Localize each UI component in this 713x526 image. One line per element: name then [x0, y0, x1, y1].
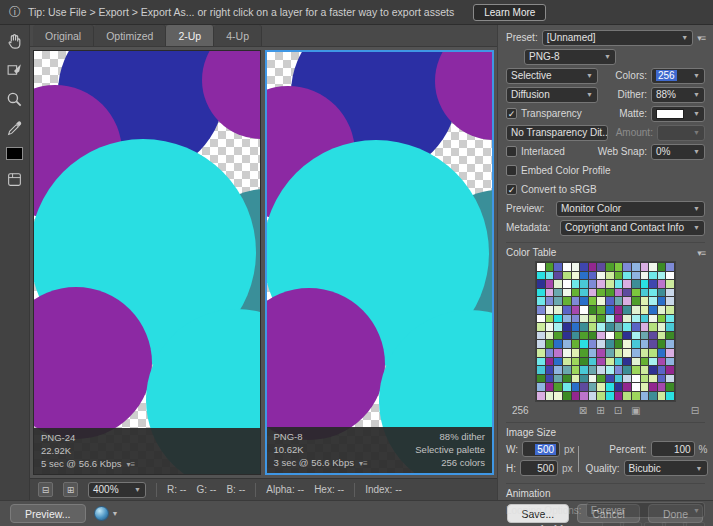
- color-swatch[interactable]: [572, 323, 580, 331]
- color-swatch[interactable]: [641, 358, 649, 366]
- color-swatch[interactable]: [606, 297, 614, 305]
- color-swatch[interactable]: [606, 315, 614, 323]
- tab-optimized[interactable]: Optimized: [94, 25, 166, 46]
- color-swatch[interactable]: [632, 323, 640, 331]
- quality-dropdown[interactable]: Bicubic ▼: [624, 460, 708, 476]
- previous-frame-button[interactable]: ◀: [623, 522, 642, 526]
- color-swatch[interactable]: [563, 323, 571, 331]
- color-swatch[interactable]: [563, 289, 571, 297]
- color-swatch[interactable]: [563, 315, 571, 323]
- color-swatch[interactable]: [554, 306, 562, 314]
- color-swatch[interactable]: [580, 358, 588, 366]
- percent-field[interactable]: 100: [651, 441, 695, 457]
- color-swatch[interactable]: [606, 340, 614, 348]
- color-swatch[interactable]: [554, 392, 562, 400]
- color-swatch[interactable]: [572, 297, 580, 305]
- color-swatch[interactable]: [641, 272, 649, 280]
- color-swatch[interactable]: [666, 383, 674, 391]
- color-swatch[interactable]: [537, 289, 545, 297]
- color-swatch[interactable]: [537, 315, 545, 323]
- download-speed-menu-icon[interactable]: ▾≡: [359, 459, 368, 468]
- color-swatch[interactable]: [632, 263, 640, 271]
- color-swatch[interactable]: [641, 383, 649, 391]
- color-swatch[interactable]: [641, 263, 649, 271]
- color-swatch[interactable]: [632, 375, 640, 383]
- color-swatch[interactable]: [666, 358, 674, 366]
- color-swatch[interactable]: [597, 280, 605, 288]
- color-swatch[interactable]: [597, 358, 605, 366]
- looping-options-dropdown[interactable]: Forever ▼: [586, 502, 705, 518]
- color-swatch[interactable]: [623, 263, 631, 271]
- color-swatch[interactable]: [563, 383, 571, 391]
- color-swatch[interactable]: [623, 306, 631, 314]
- color-swatch[interactable]: [572, 366, 580, 374]
- color-swatch[interactable]: [632, 272, 640, 280]
- color-swatch[interactable]: [597, 289, 605, 297]
- map-transparent-icon[interactable]: ⊠: [579, 405, 587, 416]
- color-swatch[interactable]: [606, 392, 614, 400]
- web-shift-icon[interactable]: ⊞: [596, 405, 604, 416]
- color-swatch[interactable]: [563, 349, 571, 357]
- color-swatch[interactable]: [649, 383, 657, 391]
- color-swatch[interactable]: [632, 297, 640, 305]
- color-swatch[interactable]: [649, 366, 657, 374]
- color-swatch[interactable]: [580, 263, 588, 271]
- color-swatch[interactable]: [580, 340, 588, 348]
- color-swatch[interactable]: [666, 323, 674, 331]
- color-swatch[interactable]: [632, 392, 640, 400]
- color-swatch[interactable]: [572, 383, 580, 391]
- next-frame-button[interactable]: ▶: [665, 522, 684, 526]
- color-swatch[interactable]: [606, 280, 614, 288]
- color-swatch[interactable]: [649, 358, 657, 366]
- matte-dropdown[interactable]: ▼: [651, 106, 705, 122]
- color-swatch[interactable]: [666, 315, 674, 323]
- color-swatch[interactable]: [649, 289, 657, 297]
- color-swatch[interactable]: [589, 383, 597, 391]
- color-swatch[interactable]: [563, 375, 571, 383]
- color-swatch[interactable]: [615, 383, 623, 391]
- color-swatch[interactable]: [589, 332, 597, 340]
- learn-more-button[interactable]: Learn More: [473, 4, 546, 21]
- color-swatch[interactable]: [606, 383, 614, 391]
- color-swatch[interactable]: [580, 332, 588, 340]
- color-swatch[interactable]: [632, 383, 640, 391]
- color-swatch[interactable]: [606, 366, 614, 374]
- color-swatch[interactable]: [572, 358, 580, 366]
- zoom-level-dropdown[interactable]: 400% ▼: [88, 482, 146, 498]
- color-swatch[interactable]: [546, 340, 554, 348]
- color-swatch[interactable]: [649, 323, 657, 331]
- color-swatch[interactable]: [615, 289, 623, 297]
- color-swatch[interactable]: [563, 272, 571, 280]
- color-swatch[interactable]: [641, 306, 649, 314]
- color-swatch[interactable]: [597, 297, 605, 305]
- color-swatch[interactable]: [658, 383, 666, 391]
- color-swatch[interactable]: [546, 383, 554, 391]
- transparency-dither-dropdown[interactable]: No Transparency Dit... ▼: [506, 125, 608, 141]
- color-swatch[interactable]: [623, 289, 631, 297]
- color-swatch[interactable]: [554, 349, 562, 357]
- color-swatch[interactable]: [546, 297, 554, 305]
- color-swatch[interactable]: [546, 392, 554, 400]
- color-swatch[interactable]: [632, 315, 640, 323]
- color-swatch[interactable]: [641, 323, 649, 331]
- width-field[interactable]: 500: [522, 441, 560, 457]
- zoom-tool-icon[interactable]: [5, 89, 25, 109]
- color-swatch[interactable]: [615, 349, 623, 357]
- color-swatch[interactable]: [580, 366, 588, 374]
- color-swatch[interactable]: [641, 297, 649, 305]
- preview-button[interactable]: Preview...: [10, 504, 86, 523]
- color-swatch[interactable]: [641, 289, 649, 297]
- color-swatch[interactable]: [623, 332, 631, 340]
- color-swatch[interactable]: [615, 306, 623, 314]
- last-frame-button[interactable]: ▶|: [686, 522, 705, 526]
- color-swatch[interactable]: [606, 289, 614, 297]
- metadata-dropdown[interactable]: Copyright and Contact Info ▼: [560, 220, 705, 236]
- dither-method-dropdown[interactable]: Diffusion ▼: [506, 87, 598, 103]
- color-swatch[interactable]: [649, 263, 657, 271]
- color-swatch[interactable]: [658, 332, 666, 340]
- color-swatch[interactable]: [658, 263, 666, 271]
- color-swatch[interactable]: [589, 306, 597, 314]
- color-swatch[interactable]: [537, 280, 545, 288]
- color-swatch[interactable]: [623, 349, 631, 357]
- color-swatch[interactable]: [658, 315, 666, 323]
